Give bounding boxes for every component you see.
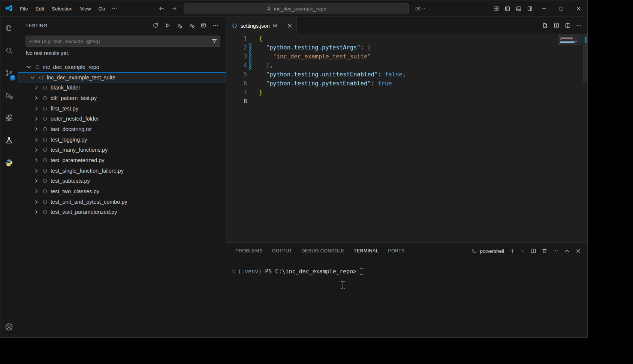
menu-file[interactable]: File (16, 4, 32, 13)
go-forward-icon[interactable] (171, 6, 177, 12)
menu-view[interactable]: View (76, 4, 95, 13)
code-line[interactable]: 4 ], (226, 61, 587, 70)
more-actions-icon[interactable] (553, 248, 559, 254)
test-tree-item[interactable]: first_test.py (18, 103, 226, 114)
test-tree-item[interactable]: test_docstring.txt (18, 124, 226, 134)
code-line[interactable]: 3 "inc_dec_example_test_suite" (226, 52, 587, 61)
git-modified-badge: M (273, 23, 277, 28)
close-window-icon[interactable] (570, 0, 587, 17)
test-tree-item[interactable]: test_many_functions.py (18, 145, 226, 155)
bottom-panel: PROBLEMSOUTPUTDEBUG CONSOLETERMINALPORTS… (226, 242, 587, 337)
test-item-label: test_logging.py (51, 137, 87, 143)
line-number: 6 (226, 79, 247, 88)
activity-search-icon[interactable] (0, 39, 18, 62)
panel-tab-problems[interactable]: PROBLEMS (235, 243, 263, 259)
open-changes-icon[interactable] (554, 22, 560, 28)
chevron-right-icon[interactable] (33, 116, 39, 122)
filter-icon[interactable] (211, 38, 217, 44)
test-tree-item[interactable]: inc_dec_example_test_suite (18, 72, 226, 83)
test-tree-item[interactable]: diff_pattern_test.py (18, 93, 226, 103)
test-tree-item[interactable]: test_wait_parameterized.py (18, 207, 226, 218)
open-settings-ui-icon[interactable] (542, 22, 548, 28)
test-state-circle-icon (42, 209, 48, 215)
chevron-right-icon[interactable] (33, 85, 39, 91)
new-terminal-icon[interactable] (509, 248, 515, 254)
chevron-down-icon[interactable] (26, 64, 32, 70)
panel-tab-ports[interactable]: PORTS (388, 243, 405, 259)
toggle-secondary-sidebar-icon[interactable] (524, 3, 536, 14)
code-line[interactable]: 8 (226, 97, 587, 106)
terminal-shell-chip[interactable]: powershell (471, 248, 504, 254)
minimap-line (560, 39, 581, 40)
chevron-right-icon[interactable] (33, 178, 39, 184)
copilot-button[interactable] (415, 4, 426, 13)
command-center[interactable]: inc_dec_example_repo (184, 3, 409, 14)
chevron-right-icon[interactable] (33, 95, 39, 101)
kill-terminal-icon[interactable] (542, 248, 548, 254)
command-decoration-icon[interactable] (232, 270, 235, 273)
tab-settings-json[interactable]: {} settings.json M (226, 17, 297, 34)
activity-python-icon[interactable] (0, 152, 18, 174)
code-line[interactable]: 6 "python.testing.pytestEnabled": true (226, 79, 587, 88)
test-tree-item[interactable]: inc_dec_example_repo (18, 62, 226, 72)
code-editor[interactable]: 1{2 "python.testing.pytestArgs": [3 "inc… (226, 34, 587, 242)
activity-testing-icon[interactable] (0, 129, 18, 152)
split-terminal-icon[interactable] (530, 248, 536, 254)
chevron-right-icon[interactable] (33, 168, 39, 174)
minimize-icon[interactable] (536, 0, 553, 17)
chevron-right-icon[interactable] (33, 106, 39, 112)
panel-tab-debug-console[interactable]: DEBUG CONSOLE (301, 243, 344, 259)
minimap[interactable] (558, 34, 582, 79)
activity-account-icon[interactable] (0, 319, 18, 335)
test-tree-item[interactable]: test_unit_and_pytest_combo.py (18, 197, 226, 207)
terminal[interactable]: (.venv) PS C:\inc_dec_example_repo> (226, 259, 587, 337)
maximize-icon[interactable] (553, 0, 570, 17)
test-tree-item[interactable]: test_single_function_failure.py (18, 166, 226, 176)
activity-extensions-icon[interactable] (0, 107, 18, 129)
test-filter-input[interactable] (25, 36, 220, 47)
chevron-right-icon[interactable] (33, 147, 39, 153)
menu-selection[interactable]: Selection (48, 4, 76, 13)
chevron-down-icon[interactable] (30, 75, 36, 81)
test-tree-item[interactable]: test_two_classes.py (18, 186, 226, 197)
menu-edit[interactable]: Edit (32, 4, 48, 13)
menu-overflow-icon[interactable] (109, 4, 120, 14)
menu-go[interactable]: Go (95, 4, 109, 13)
more-actions-icon[interactable] (576, 22, 582, 28)
toggle-panel-icon[interactable] (513, 3, 524, 14)
go-back-icon[interactable] (159, 6, 165, 12)
code-line[interactable]: 7} (226, 88, 587, 97)
show-output-icon[interactable] (200, 22, 207, 29)
debug-tests-icon[interactable] (176, 22, 183, 29)
test-tree-item[interactable]: test_subtests.py (18, 176, 226, 186)
split-editor-icon[interactable] (565, 22, 571, 28)
code-line[interactable]: 5 "python.testing.unittestEnabled": fals… (226, 70, 587, 79)
chevron-right-icon[interactable] (33, 199, 39, 205)
test-tree-item[interactable]: outer_nested_folder (18, 113, 226, 124)
test-tree-item[interactable]: blank_folder (18, 82, 226, 93)
test-tree-item[interactable]: test_parameterized.py (18, 155, 226, 166)
activity-run-and-debug-icon[interactable] (0, 84, 18, 107)
more-actions-icon[interactable] (212, 22, 219, 29)
run-tests-with-coverage-icon[interactable] (188, 22, 195, 29)
test-tree-item[interactable]: test_logging.py (18, 134, 226, 145)
activity-source-control-icon[interactable]: 2 (0, 62, 18, 84)
chevron-right-icon[interactable] (33, 126, 39, 132)
toggle-primary-sidebar-icon[interactable] (502, 3, 513, 14)
close-tab-icon[interactable] (287, 23, 293, 29)
customize-layout-icon[interactable] (491, 3, 502, 14)
launch-profile-icon[interactable] (521, 249, 525, 253)
chevron-right-icon[interactable] (33, 209, 39, 215)
run-tests-icon[interactable] (164, 22, 171, 29)
chevron-right-icon[interactable] (33, 188, 39, 194)
maximize-panel-icon[interactable] (564, 248, 570, 254)
refresh-tests-icon[interactable] (152, 22, 159, 29)
panel-tab-output[interactable]: OUTPUT (272, 243, 292, 259)
panel-tab-terminal[interactable]: TERMINAL (354, 243, 379, 259)
chevron-right-icon[interactable] (33, 137, 39, 143)
close-panel-icon[interactable] (575, 248, 581, 254)
activity-explorer-icon[interactable] (0, 17, 18, 39)
chevron-right-icon[interactable] (33, 157, 39, 163)
code-line[interactable]: 1{ (226, 34, 587, 43)
code-line[interactable]: 2 "python.testing.pytestArgs": [ (226, 43, 587, 52)
